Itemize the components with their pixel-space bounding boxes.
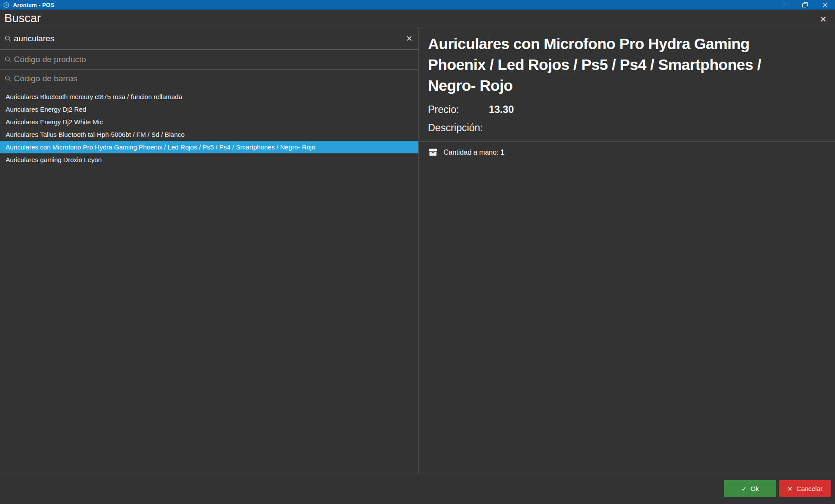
result-row[interactable]: Auriculares Talius Bluetooth tal-Hph-500… bbox=[0, 128, 418, 141]
barcode-field bbox=[0, 70, 418, 88]
description-label: Descripción: bbox=[428, 122, 489, 134]
search-panel: ✕ Auriculares Bluetooth mercury ct875 ro… bbox=[0, 27, 418, 474]
search-icon bbox=[5, 35, 11, 42]
dialog-footer: ✓ Ok ✕ Cancelar bbox=[0, 474, 835, 504]
result-row[interactable]: Auriculares gaming Droxio Leyon bbox=[0, 153, 418, 166]
result-row[interactable]: Auriculares Energy Dj2 White Mic bbox=[0, 116, 418, 128]
titlebar: a Aronium - POS bbox=[0, 0, 835, 10]
search-icon bbox=[5, 56, 11, 63]
product-code-field bbox=[0, 50, 418, 70]
restore-button[interactable] bbox=[795, 0, 815, 10]
result-row[interactable]: Auriculares Bluetooth mercury ct875 rosa… bbox=[0, 90, 418, 103]
ok-button-label: Ok bbox=[751, 485, 759, 492]
stock-label: Cantidad a mano: bbox=[444, 149, 498, 156]
x-icon: ✕ bbox=[788, 485, 793, 492]
check-icon: ✓ bbox=[741, 485, 747, 492]
minimize-button[interactable] bbox=[775, 0, 795, 10]
result-row-selected[interactable]: Auriculares con Microfono Pro Hydra Gami… bbox=[0, 141, 418, 153]
clear-search-icon[interactable]: ✕ bbox=[404, 33, 415, 44]
stock-quantity-text: Cantidad a mano: 1 bbox=[444, 149, 504, 156]
detail-divider bbox=[419, 141, 835, 142]
svg-text:a: a bbox=[5, 3, 7, 7]
app-window: a Aronium - POS Buscar ✕ bbox=[0, 0, 835, 504]
search-results-list: Auriculares Bluetooth mercury ct875 rosa… bbox=[0, 90, 418, 166]
search-icon bbox=[5, 76, 11, 82]
search-field: ✕ bbox=[0, 27, 418, 50]
window-title: Aronium - POS bbox=[13, 2, 54, 8]
result-row[interactable]: Auriculares Energy Dj2 Red bbox=[0, 103, 418, 116]
barcode-input[interactable] bbox=[14, 70, 397, 88]
search-input[interactable] bbox=[14, 27, 397, 50]
dialog-header: Buscar ✕ bbox=[0, 10, 835, 27]
stock-box-icon bbox=[428, 147, 438, 157]
product-code-input[interactable] bbox=[14, 50, 397, 69]
stock-row: Cantidad a mano: 1 bbox=[428, 147, 824, 157]
ok-button[interactable]: ✓ Ok bbox=[724, 480, 776, 497]
dialog-close-icon[interactable]: ✕ bbox=[817, 13, 829, 25]
close-window-button[interactable] bbox=[815, 0, 835, 10]
product-title: Auriculares con Microfono Pro Hydra Gami… bbox=[428, 33, 824, 96]
aronium-logo-icon: a bbox=[3, 2, 10, 8]
cancel-button[interactable]: ✕ Cancelar bbox=[779, 480, 831, 497]
cancel-button-label: Cancelar bbox=[796, 485, 822, 492]
price-value: 13.30 bbox=[489, 104, 514, 116]
product-detail-panel: Auriculares con Microfono Pro Hydra Gami… bbox=[418, 27, 835, 474]
stock-value: 1 bbox=[501, 149, 504, 156]
price-label: Precio: bbox=[428, 104, 489, 116]
dialog-title: Buscar bbox=[4, 12, 41, 25]
